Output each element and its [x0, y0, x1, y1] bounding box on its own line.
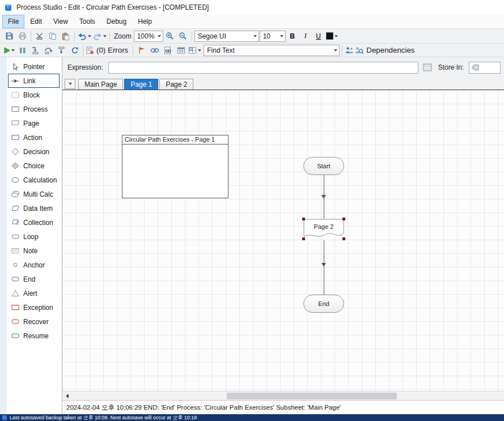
menu-file[interactable]: File — [2, 15, 24, 28]
palette-item-pointer[interactable]: Pointer — [8, 59, 60, 74]
palette-item-choice[interactable]: Choice — [8, 159, 60, 173]
restart-button[interactable] — [68, 44, 81, 57]
taskbar-app-icon[interactable] — [2, 415, 7, 420]
palette-item-alert[interactable]: Alert — [8, 286, 60, 300]
expression-editor-button[interactable] — [422, 62, 433, 73]
zoom-label: Zoom — [112, 32, 133, 40]
dropdown-caret-icon — [69, 83, 72, 85]
zoom-select[interactable]: 100% — [134, 31, 163, 42]
palette-item-resume[interactable]: Resume — [8, 329, 60, 343]
palette-item-block[interactable]: Block — [8, 88, 60, 102]
selection-handle[interactable] — [302, 218, 305, 220]
step-in-button[interactable] — [29, 44, 41, 57]
end-icon — [10, 275, 20, 283]
font-color-button[interactable] — [325, 30, 338, 42]
palette-item-recover[interactable]: Recover — [8, 314, 60, 329]
dropdown-caret-icon — [334, 35, 338, 37]
font-size-select[interactable]: 10 — [260, 31, 286, 42]
decision-icon — [10, 148, 20, 155]
page2-reference-node[interactable]: Page 2 — [303, 219, 344, 240]
palette-item-calculation[interactable]: Calculation — [8, 173, 60, 187]
paste-icon — [62, 32, 70, 40]
page-tab-bar: Main Page Page 1 Page 2 — [62, 78, 504, 90]
selection-handle[interactable] — [342, 237, 345, 240]
page-list-dropdown[interactable] — [65, 79, 75, 89]
table-view-button[interactable] — [175, 44, 187, 57]
menu-debug[interactable]: Debug — [101, 15, 132, 28]
dependencies-button[interactable]: Dependencies — [345, 44, 417, 57]
menu-help[interactable]: Help — [132, 15, 158, 28]
palette-item-decision[interactable]: Decision — [8, 144, 60, 159]
palette-item-link[interactable]: Link — [8, 74, 60, 88]
end-node[interactable]: End — [303, 295, 344, 313]
palette-item-label: Note — [23, 247, 37, 255]
palette-item-end[interactable]: End — [8, 272, 60, 286]
print-button[interactable] — [16, 30, 28, 42]
pause-button[interactable] — [16, 44, 28, 57]
run-button[interactable] — [3, 44, 15, 57]
title-bar: Process Studio - Edit - Circular Path Ex… — [0, 0, 504, 15]
editor-column: Expression: Store In: Main Page Page 1 — [62, 57, 504, 414]
expression-input[interactable] — [108, 62, 418, 74]
palette-item-note[interactable]: Note — [8, 244, 60, 258]
palette-item-collection[interactable]: Collection — [8, 215, 60, 229]
tab-label: Page 2 — [166, 80, 187, 88]
errors-button[interactable]: (0) Errors — [86, 44, 130, 57]
scrollbar-thumb[interactable] — [227, 393, 397, 399]
dropdown-caret-icon — [280, 35, 283, 37]
cut-button[interactable] — [33, 30, 46, 42]
font-family-select[interactable]: Segoe UI — [194, 31, 259, 42]
page-note[interactable]: Circular Path Exercises - Page 1 — [122, 135, 228, 198]
cut-icon — [36, 32, 44, 40]
tab-page-2[interactable]: Page 2 — [159, 79, 193, 90]
scroll-left-button[interactable] — [62, 392, 71, 400]
calculation-icon — [10, 176, 20, 184]
menu-label: Edit — [30, 18, 42, 25]
palette-item-exception[interactable]: Exception — [8, 300, 60, 314]
redo-button[interactable] — [92, 30, 107, 42]
breakpoint-button[interactable] — [135, 44, 148, 57]
step-over-button[interactable] — [42, 44, 54, 57]
font-size-value: 10 — [263, 32, 270, 40]
expression-bar: Expression: Store In: — [62, 57, 504, 78]
grid-select-button[interactable] — [188, 44, 202, 57]
tab-page-1[interactable]: Page 1 — [124, 79, 158, 90]
find-text-combobox[interactable]: Find Text — [204, 45, 340, 56]
zoom-in-button[interactable] — [164, 30, 176, 42]
paste-button[interactable] — [60, 30, 72, 42]
palette-item-process[interactable]: Process — [8, 102, 60, 116]
grid-select-icon — [188, 46, 197, 54]
palette-item-loop[interactable]: Loop — [8, 229, 60, 244]
start-node[interactable]: Start — [303, 157, 344, 175]
undo-button[interactable] — [77, 30, 92, 42]
menu-label: Debug — [107, 18, 126, 25]
bold-button[interactable]: B — [286, 30, 299, 42]
search-page-button[interactable] — [162, 44, 174, 57]
errors-icon — [86, 46, 94, 54]
palette-item-anchor[interactable]: Anchor — [8, 258, 60, 272]
italic-button[interactable]: I — [299, 30, 312, 42]
menu-edit[interactable]: Edit — [24, 15, 48, 28]
menu-view[interactable]: View — [48, 15, 74, 28]
horizontal-scrollbar[interactable] — [62, 391, 504, 400]
palette-item-multi-calc[interactable]: Multi Calc — [8, 187, 60, 201]
underline-button[interactable]: U — [312, 30, 325, 42]
copy-button[interactable] — [46, 30, 59, 42]
menu-tools[interactable]: Tools — [74, 15, 101, 28]
chain-link-icon — [150, 46, 159, 54]
selection-handle[interactable] — [302, 237, 305, 240]
link-page2-to-end[interactable] — [324, 240, 324, 295]
store-in-input[interactable] — [469, 62, 501, 74]
process-canvas[interactable]: Circular Path Exercises - Page 1 Start P… — [62, 90, 504, 391]
palette-item-data-item[interactable]: Data Item — [8, 201, 60, 215]
zoom-out-button[interactable] — [177, 30, 189, 42]
palette-item-action[interactable]: Action — [8, 130, 60, 144]
selection-handle[interactable] — [342, 218, 345, 220]
save-button[interactable] — [3, 30, 15, 42]
palette-item-label: Action — [23, 134, 42, 142]
tab-main-page[interactable]: Main Page — [78, 79, 123, 90]
main-body: Pointer Link Block Process Page Action — [0, 57, 504, 414]
validate-links-button[interactable] — [149, 44, 161, 57]
step-out-button[interactable] — [55, 44, 67, 57]
palette-item-page[interactable]: Page — [8, 116, 60, 130]
